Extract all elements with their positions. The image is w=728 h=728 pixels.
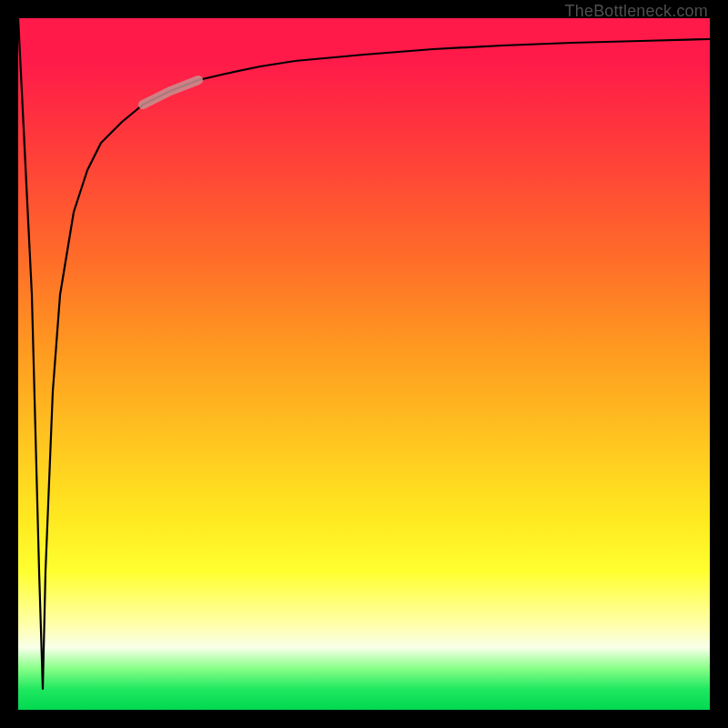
attribution-label: TheBottleneck.com bbox=[565, 2, 708, 21]
curve-highlight-segment bbox=[143, 80, 198, 105]
plot-area bbox=[18, 18, 710, 710]
curve-path bbox=[18, 18, 710, 689]
bottleneck-curve bbox=[18, 18, 710, 710]
chart-frame: TheBottleneck.com bbox=[0, 0, 728, 728]
